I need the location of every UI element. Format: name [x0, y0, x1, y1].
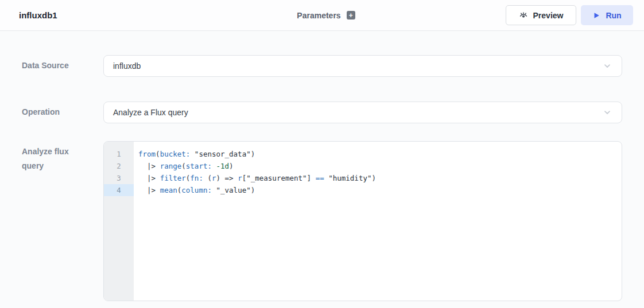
topbar-left: influxdb1 — [19, 10, 297, 20]
code-lines[interactable]: from(bucket: "sensor_data") |> range(sta… — [134, 142, 622, 301]
code-line[interactable]: |> filter(fn: (r) => r["_measurement"] =… — [138, 172, 617, 184]
plus-icon: + — [349, 12, 353, 19]
add-parameter-button[interactable]: + — [347, 11, 355, 20]
run-button[interactable]: Run — [581, 5, 633, 25]
run-button-label: Run — [606, 11, 621, 20]
eye-icon — [519, 11, 528, 20]
operation-value: Analyze a Flux query — [113, 108, 188, 117]
topbar-right: Preview Run — [355, 5, 633, 25]
parameters-panel: Data Source influxdb Operation Analyze a… — [0, 31, 644, 301]
play-icon — [592, 11, 600, 20]
preview-button[interactable]: Preview — [506, 5, 576, 25]
flux-query-label: Analyze flux query — [22, 141, 103, 173]
operation-select[interactable]: Analyze a Flux query — [103, 102, 622, 123]
line-number: 2 — [104, 160, 134, 172]
chevron-down-icon — [602, 107, 612, 118]
line-number-gutter: 1234 — [104, 142, 134, 301]
data-source-label: Data Source — [22, 59, 103, 73]
chevron-down-icon — [602, 61, 612, 71]
code-line[interactable]: from(bucket: "sensor_data") — [138, 148, 617, 160]
code-line[interactable]: |> range(start: -1d) — [138, 160, 617, 172]
line-number: 4 — [104, 184, 134, 196]
node-title: influxdb1 — [19, 10, 57, 20]
line-number: 1 — [104, 148, 134, 160]
topbar: influxdb1 Parameters + Preview — [0, 0, 644, 31]
operation-row: Operation Analyze a Flux query — [22, 102, 622, 123]
data-source-select[interactable]: influxdb — [103, 55, 622, 77]
topbar-center: Parameters + — [297, 11, 355, 20]
data-source-row: Data Source influxdb — [22, 55, 622, 77]
parameters-label: Parameters — [297, 11, 340, 20]
line-number: 3 — [104, 172, 134, 184]
operation-label: Operation — [22, 105, 103, 119]
code-line[interactable]: |> mean(column: "_value") — [138, 184, 617, 196]
flux-query-row: Analyze flux query 1234 from(bucket: "se… — [22, 141, 622, 301]
preview-button-label: Preview — [533, 11, 564, 20]
data-source-value: influxdb — [113, 61, 141, 71]
flux-query-code-editor[interactable]: 1234 from(bucket: "sensor_data") |> rang… — [103, 141, 622, 301]
